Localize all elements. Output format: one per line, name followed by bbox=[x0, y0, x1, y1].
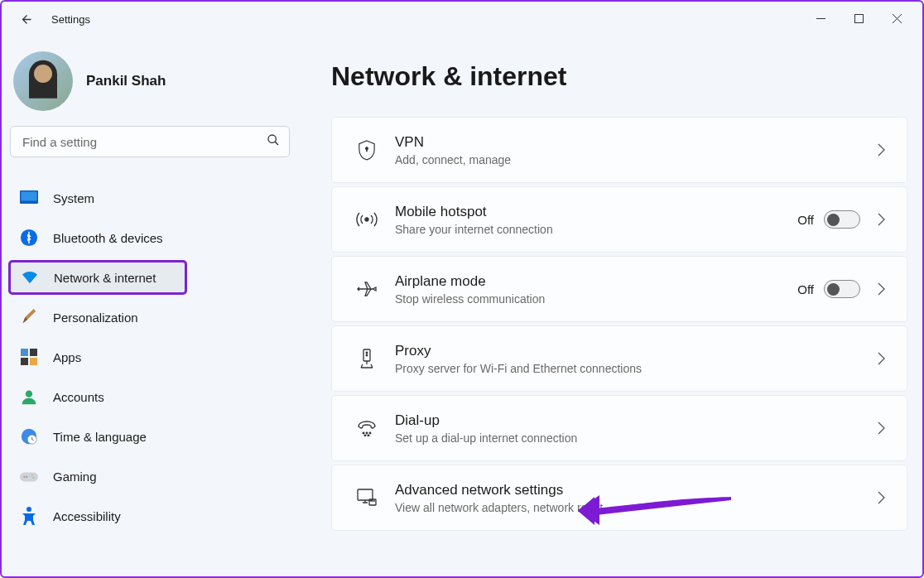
sidebar-item-label: Gaming bbox=[53, 470, 97, 484]
monitor-ethernet-icon bbox=[352, 488, 382, 508]
search-input[interactable] bbox=[10, 126, 290, 157]
setting-title: Mobile hotspot bbox=[395, 203, 797, 221]
svg-point-14 bbox=[23, 476, 25, 478]
chevron-right-icon bbox=[875, 421, 887, 435]
proxy-icon bbox=[352, 348, 382, 369]
maximize-button[interactable] bbox=[840, 5, 878, 31]
sidebar-item-accounts[interactable]: Accounts bbox=[10, 379, 290, 414]
gamepad-icon bbox=[20, 467, 38, 485]
svg-point-23 bbox=[366, 354, 368, 356]
setting-title: Advanced network settings bbox=[395, 481, 875, 499]
setting-desc: Add, connect, manage bbox=[395, 153, 875, 166]
svg-rect-7 bbox=[30, 349, 37, 356]
airplane-toggle[interactable] bbox=[824, 280, 860, 298]
svg-point-17 bbox=[32, 477, 34, 479]
svg-rect-9 bbox=[30, 358, 37, 365]
brush-icon bbox=[20, 308, 38, 326]
bluetooth-icon bbox=[20, 229, 38, 247]
close-button[interactable] bbox=[878, 5, 916, 31]
sidebar-item-bluetooth[interactable]: Bluetooth & devices bbox=[10, 220, 290, 255]
svg-point-27 bbox=[364, 435, 366, 436]
person-icon bbox=[20, 388, 38, 406]
setting-card-vpn[interactable]: VPN Add, connect, manage bbox=[331, 117, 907, 183]
sidebar-item-network[interactable]: Network & internet bbox=[8, 260, 187, 295]
sidebar-item-label: Network & internet bbox=[54, 271, 156, 285]
page-title: Network & internet bbox=[331, 61, 907, 92]
main-panel: Network & internet VPN Add, connect, man… bbox=[298, 36, 922, 576]
phone-icon bbox=[352, 420, 382, 436]
airplane-icon bbox=[352, 279, 382, 299]
svg-rect-8 bbox=[21, 358, 28, 365]
apps-icon bbox=[20, 348, 38, 366]
app-title: Settings bbox=[51, 13, 90, 26]
setting-card-advanced[interactable]: Advanced network settings View all netwo… bbox=[331, 465, 907, 531]
svg-point-10 bbox=[26, 391, 32, 397]
user-name: Pankil Shah bbox=[86, 73, 166, 89]
sidebar-item-label: Apps bbox=[53, 350, 81, 364]
svg-rect-1 bbox=[854, 14, 863, 22]
svg-point-16 bbox=[31, 474, 33, 476]
setting-desc: Share your internet connection bbox=[395, 223, 797, 236]
svg-rect-13 bbox=[20, 472, 38, 481]
svg-rect-29 bbox=[358, 489, 373, 500]
chevron-right-icon bbox=[875, 491, 887, 504]
sidebar-item-label: Time & language bbox=[53, 430, 147, 444]
setting-desc: View all network adapters, network reset bbox=[395, 501, 875, 514]
avatar bbox=[13, 51, 73, 111]
setting-card-dialup[interactable]: Dial-up Set up a dial-up internet connec… bbox=[331, 395, 907, 461]
setting-desc: Set up a dial-up internet connection bbox=[395, 431, 875, 445]
chevron-right-icon bbox=[875, 213, 887, 226]
setting-title: Dial-up bbox=[395, 412, 875, 430]
shield-icon bbox=[352, 139, 382, 161]
sidebar-item-gaming[interactable]: Gaming bbox=[10, 459, 290, 494]
user-profile[interactable]: Pankil Shah bbox=[10, 45, 290, 126]
svg-rect-6 bbox=[21, 349, 28, 356]
toggle-state: Off bbox=[797, 213, 814, 227]
minimize-button[interactable] bbox=[801, 5, 840, 31]
svg-point-25 bbox=[366, 432, 368, 434]
accessibility-icon bbox=[20, 507, 38, 525]
svg-point-19 bbox=[366, 147, 368, 150]
sidebar-item-system[interactable]: System bbox=[10, 181, 290, 215]
svg-rect-4 bbox=[22, 192, 37, 201]
hotspot-toggle[interactable] bbox=[824, 210, 860, 229]
sidebar-item-time[interactable]: Time & language bbox=[10, 419, 290, 454]
setting-title: VPN bbox=[395, 133, 875, 152]
sidebar-item-label: Bluetooth & devices bbox=[53, 231, 163, 245]
svg-point-22 bbox=[366, 352, 368, 354]
setting-card-airplane[interactable]: Airplane mode Stop wireless communicatio… bbox=[331, 256, 907, 322]
setting-desc: Proxy server for Wi-Fi and Ethernet conn… bbox=[395, 362, 875, 375]
search-icon bbox=[267, 133, 280, 150]
svg-rect-0 bbox=[816, 18, 825, 19]
sidebar-item-label: Personalization bbox=[53, 311, 138, 325]
sidebar-item-label: Accessibility bbox=[53, 509, 121, 523]
svg-point-28 bbox=[368, 435, 369, 436]
svg-point-18 bbox=[26, 507, 31, 512]
svg-point-20 bbox=[365, 218, 368, 221]
hotspot-icon bbox=[352, 210, 382, 229]
chevron-right-icon bbox=[875, 352, 887, 365]
svg-point-2 bbox=[268, 135, 276, 142]
display-icon bbox=[20, 189, 38, 207]
sidebar-item-accessibility[interactable]: Accessibility bbox=[10, 499, 290, 533]
sidebar-item-label: Accounts bbox=[53, 390, 104, 404]
chevron-right-icon bbox=[875, 143, 887, 157]
clock-globe-icon bbox=[20, 427, 38, 446]
setting-title: Airplane mode bbox=[395, 272, 797, 291]
sidebar-item-label: System bbox=[53, 191, 94, 205]
setting-card-hotspot[interactable]: Mobile hotspot Share your internet conne… bbox=[331, 186, 907, 253]
setting-card-proxy[interactable]: Proxy Proxy server for Wi-Fi and Etherne… bbox=[331, 325, 907, 392]
svg-point-26 bbox=[369, 432, 371, 434]
setting-title: Proxy bbox=[395, 342, 875, 360]
sidebar-item-apps[interactable]: Apps bbox=[10, 340, 290, 374]
sidebar-item-personalization[interactable]: Personalization bbox=[10, 300, 290, 335]
svg-point-24 bbox=[363, 432, 364, 434]
chevron-right-icon bbox=[875, 282, 887, 296]
toggle-state: Off bbox=[797, 282, 814, 296]
svg-point-15 bbox=[26, 476, 27, 478]
sidebar: Pankil Shah System Bluetooth & devices bbox=[2, 36, 298, 576]
setting-desc: Stop wireless communication bbox=[395, 292, 797, 306]
wifi-icon bbox=[21, 268, 39, 287]
back-button[interactable] bbox=[17, 9, 36, 29]
